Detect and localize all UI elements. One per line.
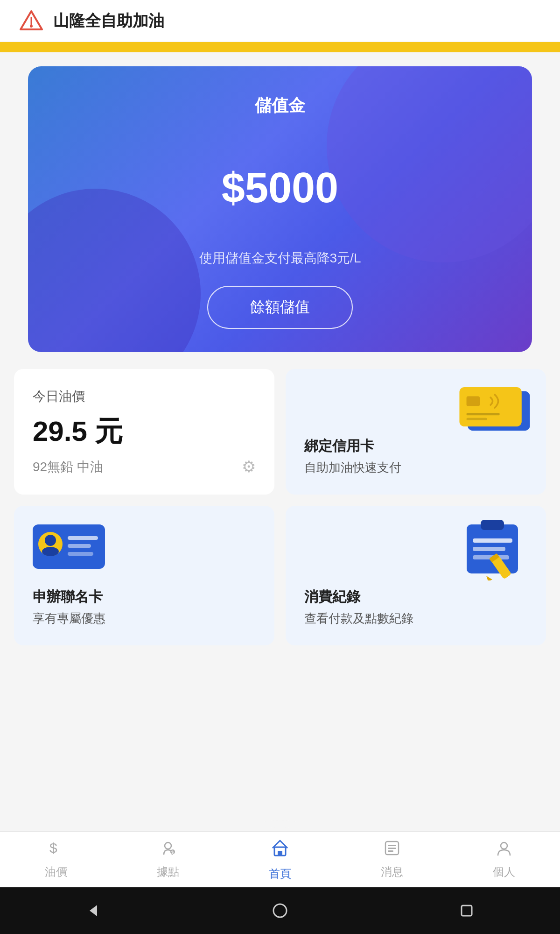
svg-rect-16 [481, 520, 504, 530]
member-card-feature-sublabel: 享有專屬優惠 [33, 610, 256, 627]
svg-text:$: $ [171, 850, 174, 855]
svg-rect-36 [462, 906, 472, 916]
app-logo-icon [19, 8, 44, 34]
svg-point-33 [501, 842, 507, 849]
svg-rect-28 [278, 851, 282, 856]
nav-oil-price-icon: $ [48, 840, 64, 861]
balance-subtitle: 使用儲值金支付最高降3元/L [199, 249, 361, 267]
balance-card-container: 儲值金 $5000 使用儲值金支付最高降3元/L 餘額儲值 [14, 66, 546, 352]
android-home-button[interactable] [268, 899, 292, 922]
member-card-icon [33, 520, 110, 573]
svg-rect-7 [467, 418, 487, 420]
svg-rect-31 [388, 848, 396, 849]
svg-rect-14 [68, 552, 93, 556]
nav-item-news[interactable]: 消息 [336, 835, 448, 884]
svg-rect-12 [68, 536, 98, 540]
yellow-accent-strip [0, 42, 560, 52]
android-back-button[interactable] [82, 899, 105, 922]
receipt-feature-sublabel: 查看付款及點數紀錄 [304, 610, 527, 627]
svg-rect-13 [68, 544, 91, 548]
nav-points-icon: $ [160, 840, 176, 861]
android-recents-button[interactable] [455, 899, 478, 922]
grid-row-2: 申辦聯名卡 享有專屬優惠 消費紀錄 查看付款及點數紀錄 [14, 506, 546, 645]
svg-rect-30 [388, 845, 396, 846]
balance-card-title: 儲值金 [255, 94, 305, 117]
topup-button[interactable]: 餘額儲值 [207, 286, 353, 329]
android-nav-bar [0, 887, 560, 934]
svg-marker-34 [90, 905, 97, 916]
bottom-navigation: $ 油價 $ 據點 首頁 [0, 831, 560, 887]
nav-item-oil-price[interactable]: $ 油價 [0, 835, 112, 884]
nav-news-icon [384, 840, 400, 861]
oil-price-label: 今日油價 [33, 388, 256, 405]
nav-item-home[interactable]: 首頁 [224, 833, 336, 886]
nav-profile-label: 個人 [493, 864, 515, 879]
svg-point-10 [45, 535, 56, 546]
svg-marker-21 [486, 576, 492, 580]
oil-type-label: 92無鉛 中油 [33, 458, 256, 476]
nav-news-label: 消息 [381, 864, 403, 879]
app-title: 山隆全自助加油 [53, 10, 164, 32]
svg-rect-4 [459, 387, 521, 426]
receipt-icon [460, 515, 532, 582]
svg-rect-17 [473, 538, 512, 543]
receipt-feature[interactable]: 消費紀錄 查看付款及點數紀錄 [286, 506, 546, 645]
svg-point-35 [273, 904, 287, 917]
grid-row-1: 今日油價 29.5 元 92無鉛 中油 ⚙ 綁定信用卡 自助加油快 [14, 369, 546, 495]
svg-rect-5 [467, 396, 480, 406]
svg-point-2 [30, 25, 33, 28]
credit-card-feature[interactable]: 綁定信用卡 自助加油快速支付 [286, 369, 546, 495]
nav-points-label: 據點 [157, 864, 179, 879]
svg-rect-6 [467, 413, 500, 415]
credit-card-feature-label: 綁定信用卡 [304, 437, 527, 456]
oil-price-value: 29.5 元 [33, 413, 256, 451]
svg-point-11 [42, 547, 59, 556]
svg-point-24 [165, 842, 171, 849]
oil-price-card: 今日油價 29.5 元 92無鉛 中油 ⚙ [14, 369, 274, 495]
svg-rect-32 [388, 850, 393, 852]
credit-card-feature-sublabel: 自助加油快速支付 [304, 460, 527, 476]
balance-amount: $5000 [222, 164, 338, 212]
member-card-feature[interactable]: 申辦聯名卡 享有專屬優惠 [14, 506, 274, 645]
nav-profile-icon [496, 840, 512, 861]
nav-item-points[interactable]: $ 據點 [112, 835, 224, 884]
credit-card-icon [457, 383, 532, 439]
app-header: 山隆全自助加油 [0, 0, 560, 42]
receipt-feature-label: 消費紀錄 [304, 587, 527, 607]
member-card-feature-label: 申辦聯名卡 [33, 587, 256, 607]
balance-card: 儲值金 $5000 使用儲值金支付最高降3元/L 餘額儲值 [28, 66, 532, 352]
settings-icon[interactable]: ⚙ [242, 457, 256, 476]
nav-item-profile[interactable]: 個人 [448, 835, 560, 884]
svg-rect-18 [473, 547, 505, 551]
nav-home-icon [270, 838, 290, 863]
nav-oil-price-label: 油價 [45, 864, 67, 879]
nav-home-label: 首頁 [269, 866, 291, 881]
svg-text:$: $ [49, 840, 57, 856]
